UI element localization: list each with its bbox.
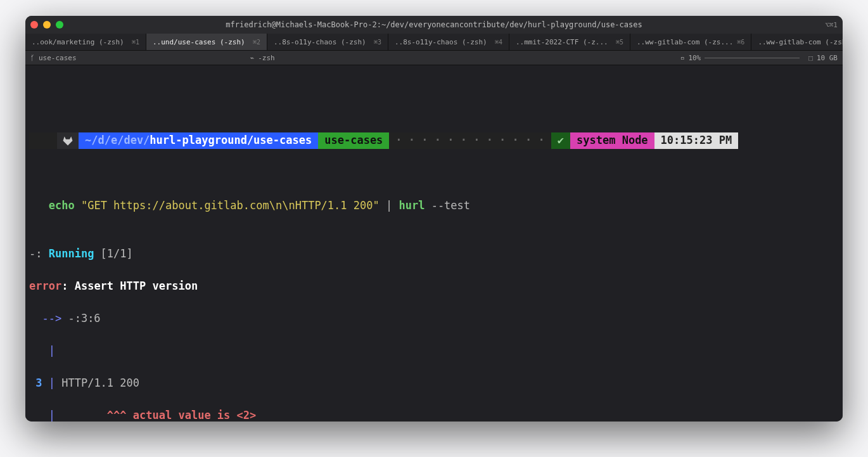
status-process: ⌁ -zsh	[250, 54, 275, 62]
status-process-text: -zsh	[258, 54, 275, 62]
tab-1[interactable]: ..ook/marketing (-zsh) ⌘1	[25, 34, 146, 50]
output-error-header: error: Assert HTTP version	[29, 278, 839, 295]
prompt-path: ~/d/e/dev/hurl-playground/use-cases	[79, 132, 318, 149]
output-running: -: Running [1/1]	[29, 246, 839, 262]
window-shortcut-hint: ⌥⌘1	[825, 21, 838, 29]
tab-label: ..mmit-2022-CTF (-z...	[516, 38, 608, 46]
tab-hint: ⌘6	[737, 39, 744, 46]
output-error-location: --> -:3:6	[29, 311, 839, 327]
traffic-lights	[30, 21, 63, 29]
command-line: echo "GET https://about.gitlab.com\n\nHT…	[29, 198, 839, 214]
process-icon: ⌁	[250, 54, 255, 62]
tab-label: ..8s-o11y-chaos (-zsh)	[395, 38, 487, 46]
minimize-icon[interactable]	[43, 21, 51, 29]
command-hurl: hurl	[399, 199, 424, 212]
titlebar: mfriedrich@Michaels-MacBook-Pro-2:~/dev/…	[25, 16, 843, 34]
prompt-dots: · · · · · · · · · · · ·	[389, 132, 551, 149]
status-mem-text: 10 GB	[817, 54, 838, 62]
tab-7[interactable]: ..ww-gitlab-com (-zsh) ⌘7	[751, 34, 843, 50]
tab-2[interactable]: ..und/use-cases (-zsh) ⌘2	[146, 34, 267, 50]
tab-label: ..ww-gitlab-com (-zsh)	[758, 38, 843, 46]
prompt-time: 10:15:23 PM	[654, 132, 739, 149]
tab-5[interactable]: ..mmit-2022-CTF (-z... ⌘5	[509, 34, 630, 50]
output-caret-line: | ^^^ actual value is <2>	[29, 408, 839, 422]
tab-hint: ⌘2	[253, 39, 260, 46]
disk-icon: ⬚	[808, 54, 813, 62]
prompt-path-prefix: ~/d/e/dev/	[85, 132, 150, 149]
tab-label: ..und/use-cases (-zsh)	[153, 38, 245, 46]
tab-6[interactable]: ..ww-gitlab-com (-zs... ⌘6	[630, 34, 751, 50]
tab-3[interactable]: ..8s-o11y-chaos (-zsh) ⌘3	[267, 34, 388, 50]
status-cpu-text: 10%	[688, 54, 701, 62]
output-bar: |	[29, 343, 839, 359]
cpu-sparkline	[705, 53, 800, 62]
close-icon[interactable]	[30, 21, 38, 29]
status-cpu: ▫ 10%	[680, 53, 800, 62]
tab-label: ..ook/marketing (-zsh)	[32, 38, 124, 46]
command-echo: echo	[49, 199, 75, 212]
tab-hint: ⌘3	[374, 39, 381, 46]
status-bar: ᚶ use-cases ⌁ -zsh ▫ 10% ⬚ 10 GB	[25, 51, 843, 65]
status-mem: ⬚ 10 GB	[808, 54, 838, 62]
gitlab-icon	[57, 132, 79, 149]
terminal-window: mfriedrich@Michaels-MacBook-Pro-2:~/dev/…	[25, 16, 843, 422]
prompt-branch: use-cases	[318, 132, 389, 149]
tab-hint: ⌘4	[495, 39, 502, 46]
tab-label: ..ww-gitlab-com (-zs...	[637, 38, 733, 46]
maximize-icon[interactable]	[56, 21, 63, 29]
prompt-path-bold: hurl-playground/use-cases	[150, 132, 312, 149]
status-branch: ᚶ use-cases	[30, 54, 77, 62]
window-title: mfriedrich@Michaels-MacBook-Pro-2:~/dev/…	[25, 20, 843, 29]
terminal-output[interactable]: ~/d/e/dev/hurl-playground/use-cases use-…	[25, 65, 843, 422]
tab-label: ..8s-o11y-chaos (-zsh)	[274, 38, 366, 46]
tab-4[interactable]: ..8s-o11y-chaos (-zsh) ⌘4	[388, 34, 509, 50]
cpu-icon: ▫	[680, 54, 685, 62]
status-branch-text: use-cases	[39, 54, 77, 62]
command-args: --test	[424, 199, 470, 212]
branch-icon: ᚶ	[30, 54, 35, 62]
command-string: "GET https://about.gitlab.com\n\nHTTP/1.…	[81, 199, 380, 212]
tab-hint: ⌘5	[616, 39, 623, 46]
output-code-line: 3 | HTTP/1.1 200	[29, 375, 839, 392]
tab-hint: ⌘1	[132, 39, 139, 46]
prompt-line-1: ~/d/e/dev/hurl-playground/use-cases use-…	[29, 132, 839, 149]
command-pipe: |	[380, 199, 399, 212]
prompt-status-ok: ✔	[551, 132, 570, 149]
prompt-node: system Node	[570, 132, 654, 149]
tab-bar: ..ook/marketing (-zsh) ⌘1 ..und/use-case…	[25, 34, 843, 51]
